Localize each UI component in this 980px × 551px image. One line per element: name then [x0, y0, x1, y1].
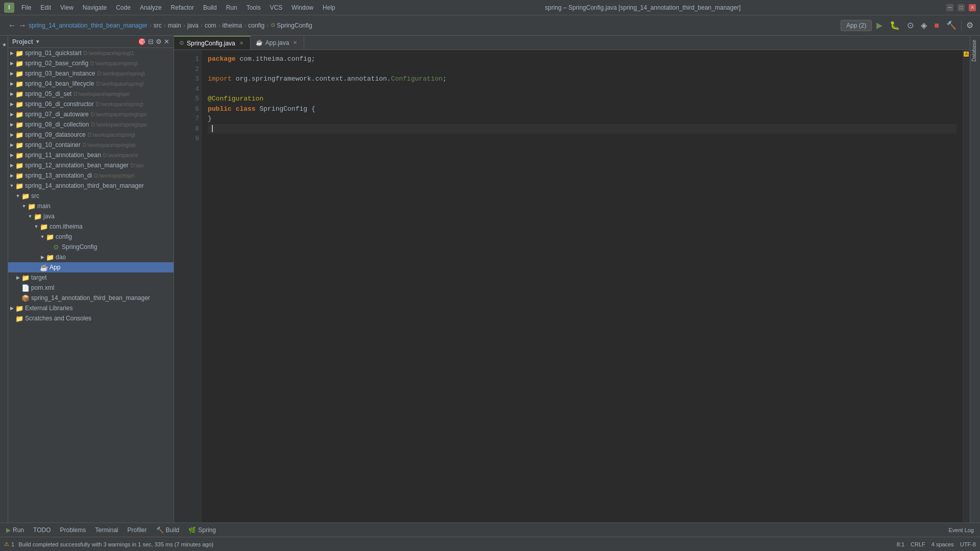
forward-button[interactable]: →	[18, 21, 27, 30]
tree-item[interactable]: 📦 spring_14_annotation_third_bean_manage…	[8, 293, 174, 303]
breadcrumb-springconfig[interactable]: ⚙ SpringConfig	[271, 22, 312, 29]
minimize-button[interactable]: ─	[946, 4, 953, 11]
menu-tools[interactable]: Tools	[242, 3, 265, 12]
menu-run[interactable]: Run	[222, 3, 241, 12]
tree-item[interactable]: ▶ 📁 target	[8, 272, 174, 283]
bottom-tab-profiler[interactable]: Profiler	[124, 524, 151, 536]
breadcrumb-main[interactable]: main	[168, 22, 181, 29]
menu-code[interactable]: Code	[112, 3, 135, 12]
tree-item[interactable]: ▶ 📁 spring_06_di_constructor D:\workspac…	[8, 99, 174, 109]
breadcrumb-config[interactable]: config	[248, 22, 264, 29]
tree-item[interactable]: ▶ 📁 spring_13_annotation_di D:\workspace…	[8, 170, 174, 181]
menu-analyze[interactable]: Analyze	[136, 3, 166, 12]
coverage-button[interactable]: ⊙	[904, 19, 916, 32]
locate-file-icon[interactable]: 🎯	[138, 38, 146, 45]
build-button[interactable]: 🔨	[944, 19, 959, 32]
code-line-9	[208, 134, 957, 144]
collapse-all-icon[interactable]: ⊟	[148, 38, 154, 45]
breadcrumb-java[interactable]: java	[187, 22, 199, 29]
bottom-tab-problems[interactable]: Problems	[56, 524, 90, 536]
tree-item[interactable]: ▶ 📁 spring_09_datasource D:\workspace\sp…	[8, 130, 174, 140]
menu-build[interactable]: Build	[199, 3, 221, 12]
profiler-tab-label: Profiler	[128, 527, 147, 534]
line-num-7: 7	[185, 114, 199, 124]
tree-item[interactable]: ▼ 📁 com.itheima	[8, 221, 174, 232]
tree-item[interactable]: ▶ 📁 spring_02_base_config D:\workspace\s…	[8, 58, 174, 68]
tree-item[interactable]: 📄 pom.xml	[8, 283, 174, 293]
code-editor: 1 2 3 4 5 6 7 8 9 package com.itheima.co…	[174, 50, 970, 522]
stop-button[interactable]: ■	[932, 19, 942, 32]
code-line-2	[208, 64, 957, 74]
status-bar: ⚠ 1 Build completed successfully with 3 …	[0, 537, 980, 551]
tree-item[interactable]: ▼ 📁 main	[8, 201, 174, 211]
tree-item[interactable]: ▼ 📁 src	[8, 191, 174, 201]
menu-edit[interactable]: Edit	[36, 3, 55, 12]
code-content[interactable]: package com.itheima.config; import org.s…	[202, 50, 963, 522]
tree-item[interactable]: ▶ 📁 spring_12_annotation_bean_manager D:…	[8, 160, 174, 170]
database-tab[interactable]: Database	[970, 36, 980, 66]
spring-tab-label: Spring	[198, 527, 216, 534]
tree-item[interactable]: ▼ 📁 spring_14_annotation_third_bean_mana…	[8, 181, 174, 191]
line-ending[interactable]: CRLF	[911, 541, 925, 547]
breadcrumb: ← → spring_14_annotation_third_bean_mana…	[8, 21, 312, 30]
code-line-8	[208, 124, 957, 134]
tree-item[interactable]: ▶ 📁 spring_08_di_collection D:\workspace…	[8, 119, 174, 130]
bottom-tab-spring[interactable]: 🌿 Spring	[184, 524, 220, 536]
favorites-icon[interactable]: ★	[0, 38, 8, 52]
bottom-tab-terminal[interactable]: Terminal	[91, 524, 122, 536]
cursor-position[interactable]: 8:1	[897, 541, 904, 547]
menu-refactor[interactable]: Refactor	[167, 3, 198, 12]
tree-item[interactable]: ▶ 📁 spring_05_di_set D:\workspace\spring…	[8, 89, 174, 99]
breadcrumb-com[interactable]: com	[205, 22, 216, 29]
tree-item[interactable]: ▶ 📁 dao	[8, 252, 174, 262]
menu-file[interactable]: File	[17, 3, 35, 12]
menu-help[interactable]: Help	[318, 3, 339, 12]
app-tab-close[interactable]: ✕	[291, 39, 299, 46]
breadcrumb-itheima[interactable]: itheima	[223, 22, 242, 29]
tree-item[interactable]: ⚙ SpringConfig	[8, 242, 174, 252]
tree-item[interactable]: ▼ 📁 java	[8, 211, 174, 221]
tree-item[interactable]: ▶ 📁 spring_03_bean_instance D:\workspace…	[8, 68, 174, 79]
event-log-tab[interactable]: Event Log	[944, 525, 978, 535]
profile-button[interactable]: ◈	[918, 19, 929, 32]
line-num-2: 2	[185, 64, 199, 74]
springconfig-tab-close[interactable]: ✕	[238, 40, 245, 47]
bottom-tab-build[interactable]: 🔨 Build	[152, 524, 184, 536]
tree-item[interactable]: ▶ 📁 spring_10_container D:\workspace\spr…	[8, 140, 174, 150]
run-config-selector[interactable]: App (2)	[841, 20, 872, 31]
bottom-tab-run[interactable]: ▶ Run	[2, 524, 28, 536]
settings-button[interactable]: ⚙	[964, 19, 976, 32]
bottom-tab-todo[interactable]: TODO	[29, 524, 55, 536]
menu-navigate[interactable]: Navigate	[79, 3, 111, 12]
breadcrumb-src[interactable]: src	[154, 22, 162, 29]
project-panel: Project ▼ 🎯 ⊟ ⚙ ✕ ▶ 📁 spring_01_quicksta…	[8, 36, 174, 522]
tab-springconfig[interactable]: ⚙ SpringConfig.java ✕	[174, 36, 251, 49]
debug-button[interactable]: 🐛	[887, 19, 902, 32]
main-layout: ★ Project ▼ 🎯 ⊟ ⚙ ✕ ▶ 📁 spring_01_quicks…	[0, 36, 980, 522]
back-button[interactable]: ←	[8, 21, 16, 30]
tree-item[interactable]: ▶ 📁 spring_07_di_autoware D:\workspace\s…	[8, 109, 174, 119]
maximize-button[interactable]: □	[958, 4, 965, 11]
menu-view[interactable]: View	[56, 3, 78, 12]
close-panel-icon[interactable]: ✕	[164, 38, 169, 45]
tree-item[interactable]: ☕ App	[8, 262, 174, 272]
menu-window[interactable]: Window	[287, 3, 317, 12]
tree-item[interactable]: ▶ 📁 spring_04_bean_lifecycle D:\workspac…	[8, 79, 174, 89]
project-settings-icon[interactable]: ⚙	[156, 38, 162, 45]
menu-vcs[interactable]: VCS	[266, 3, 287, 12]
breadcrumb-project[interactable]: spring_14_annotation_third_bean_manager	[29, 22, 148, 29]
code-line-1: package com.itheima.config;	[208, 54, 957, 64]
indent-info[interactable]: 4 spaces	[932, 541, 954, 547]
tab-app[interactable]: ☕ App.java ✕	[251, 36, 305, 49]
line-num-3: 3	[185, 74, 199, 84]
tree-item[interactable]: ▶ 📁 spring_11_annotation_bean D:\workspa…	[8, 150, 174, 160]
menu-bar: File Edit View Navigate Code Analyze Ref…	[17, 3, 339, 12]
tree-item[interactable]: ▼ 📁 config	[8, 232, 174, 242]
project-dropdown-icon[interactable]: ▼	[35, 39, 40, 44]
run-button[interactable]: ▶	[874, 19, 885, 32]
tree-item[interactable]: ▶ 📁 External Libraries	[8, 303, 174, 313]
close-button[interactable]: ✕	[969, 4, 976, 11]
encoding-info[interactable]: UTF-8	[960, 541, 976, 547]
tree-item[interactable]: ▶ 📁 spring_01_quickstart D:\workspace\sp…	[8, 48, 174, 58]
tree-item[interactable]: 📁 Scratches and Consoles	[8, 313, 174, 323]
